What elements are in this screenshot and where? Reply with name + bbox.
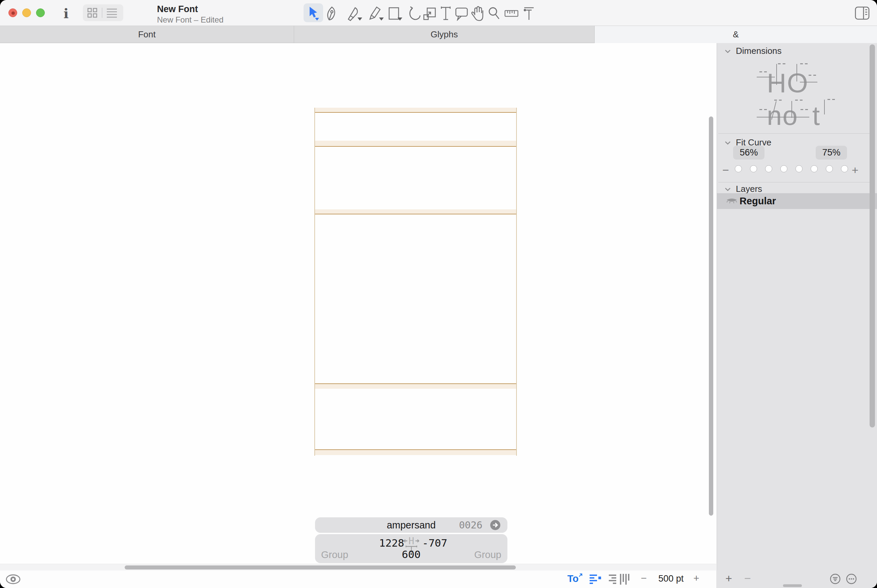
- right-sidebearing-value: -707: [422, 537, 447, 549]
- more-options-button[interactable]: [846, 573, 857, 584]
- small-arrow-icon: [579, 573, 582, 577]
- align-left-icon[interactable]: [590, 574, 601, 584]
- measure-dash: [809, 75, 816, 76]
- tab-font[interactable]: Font: [0, 26, 294, 43]
- draw-tool-button[interactable]: [324, 5, 338, 21]
- zoom-tool-button[interactable]: [486, 5, 501, 21]
- magnifier-icon: [487, 6, 501, 21]
- sidebar-scrollbar[interactable]: [869, 44, 875, 428]
- filter-menu-button[interactable]: [830, 573, 841, 584]
- canvas-status-bar: To − 500 pt +: [0, 570, 716, 588]
- grid-icon: [87, 7, 98, 18]
- canvas-vertical-scrollbar[interactable]: [709, 117, 713, 516]
- window-title: New Font: [157, 4, 223, 15]
- measure-line: [776, 64, 777, 85]
- zoom-out-button[interactable]: −: [641, 573, 647, 584]
- glyph-unicode-arrow-button[interactable]: [490, 520, 501, 532]
- fit-curve-max-field[interactable]: 75%: [816, 146, 847, 159]
- fit-curve-step-5[interactable]: [796, 165, 803, 172]
- primitives-tool-button[interactable]: [387, 5, 402, 21]
- descender-zone: [314, 450, 517, 455]
- font-info-icon[interactable]: i: [60, 6, 72, 21]
- measure-dash: [760, 109, 767, 110]
- align-right-icon[interactable]: [606, 574, 616, 584]
- erase-tool-button[interactable]: [346, 5, 361, 21]
- sidebar-mini-scrollbar[interactable]: [783, 584, 802, 587]
- dimensions-collapse-chevron-icon[interactable]: [724, 47, 732, 55]
- minimize-button[interactable]: [22, 8, 31, 17]
- measure-line: [796, 64, 797, 81]
- view-mode-toggle: [83, 4, 123, 21]
- fit-curve-step-8[interactable]: [841, 165, 848, 172]
- glyph-info-metrics-bar[interactable]: 1228 H -707 Group 600 Group: [315, 534, 507, 563]
- eye-closed-icon[interactable]: [726, 196, 738, 206]
- fit-curve-step-4[interactable]: [780, 165, 787, 172]
- add-layer-button[interactable]: +: [725, 572, 732, 585]
- glyph-edit-canvas[interactable]: ampersand 0026 1228 H: [0, 43, 716, 570]
- glyph-info-name-bar[interactable]: ampersand 0026: [315, 518, 507, 533]
- left-sidebearing-line: [314, 108, 315, 456]
- list-icon: [106, 7, 118, 18]
- grid-view-button[interactable]: [83, 4, 102, 21]
- zoom-level-value[interactable]: 500 pt: [658, 573, 684, 584]
- window-subtitle: New Font – Edited: [157, 15, 223, 25]
- list-view-button[interactable]: [102, 4, 121, 21]
- baseline-zone: [314, 384, 517, 389]
- measure-line: [757, 117, 809, 117]
- select-tool-button[interactable]: [306, 5, 321, 21]
- tab-glyphs[interactable]: Glyphs: [294, 26, 595, 43]
- primitives-dropdown-arrow[interactable]: [397, 18, 402, 21]
- pencil-tool-button[interactable]: [368, 5, 382, 21]
- tab-current-glyph[interactable]: &: [595, 26, 877, 43]
- pen-nib-icon: [325, 6, 338, 21]
- cap-height-line: [314, 146, 517, 147]
- svg-text:H: H: [409, 536, 414, 547]
- pencil-dropdown-arrow[interactable]: [379, 18, 384, 21]
- fit-curve-step-6[interactable]: [811, 165, 818, 172]
- fit-curve-min-field[interactable]: 56%: [733, 146, 764, 159]
- measure-dash: [800, 109, 808, 110]
- layers-collapse-chevron-icon[interactable]: [724, 185, 732, 193]
- fit-curve-collapse-chevron-icon[interactable]: [724, 139, 732, 147]
- fit-curve-minus-button[interactable]: −: [722, 164, 729, 177]
- inspector-sidebar: Dimensions HO not Fit Curve 56% 75% −: [717, 43, 877, 588]
- ascender-line: [314, 112, 517, 113]
- ruler-icon: [504, 6, 519, 21]
- hand-tool-button[interactable]: [470, 5, 485, 21]
- canvas-horizontal-scrollbar[interactable]: [125, 566, 516, 570]
- zoom-in-button[interactable]: +: [693, 573, 699, 584]
- measure-line: [824, 100, 825, 114]
- close-button[interactable]: [8, 8, 17, 17]
- remove-layer-button[interactable]: −: [744, 572, 751, 585]
- scale-tool-button[interactable]: [422, 5, 437, 21]
- annotate-tool-button[interactable]: [454, 5, 469, 21]
- sidebar-toggle-button[interactable]: [854, 6, 870, 20]
- rotate-tool-button[interactable]: [407, 5, 422, 21]
- canvas-horizontal-scroll-track[interactable]: [0, 564, 716, 570]
- measure-dash: [795, 100, 803, 100]
- measure-dash: [778, 63, 785, 64]
- fit-curve-step-3[interactable]: [765, 165, 772, 172]
- vertical-text-icon[interactable]: [620, 574, 629, 585]
- fit-curve-step-7[interactable]: [826, 165, 833, 172]
- hand-icon: [471, 6, 485, 21]
- fit-curve-step-2[interactable]: [750, 165, 757, 172]
- guide-tool-button[interactable]: [522, 5, 536, 21]
- right-sidebearing-line: [516, 108, 517, 456]
- layer-row-regular[interactable]: Regular: [717, 193, 877, 209]
- text-preview-button[interactable]: To: [567, 573, 582, 584]
- fit-curve-plus-button[interactable]: +: [852, 164, 859, 177]
- title-bar: i New Font: [0, 0, 877, 26]
- measure-line: [791, 101, 792, 118]
- erase-dropdown-arrow[interactable]: [358, 18, 362, 21]
- preview-eye-icon[interactable]: [5, 574, 21, 585]
- measure-dash: [774, 100, 782, 100]
- layers-section-title: Layers: [736, 184, 762, 194]
- speech-bubble-icon: [454, 6, 469, 21]
- fit-curve-step-1[interactable]: [735, 165, 742, 172]
- measure-tool-button[interactable]: [504, 5, 519, 21]
- text-tool-button[interactable]: [438, 5, 453, 21]
- right-kerning-group: Group: [474, 549, 501, 560]
- window-title-block: New Font New Font – Edited: [157, 4, 223, 25]
- zoom-window-button[interactable]: [36, 8, 45, 17]
